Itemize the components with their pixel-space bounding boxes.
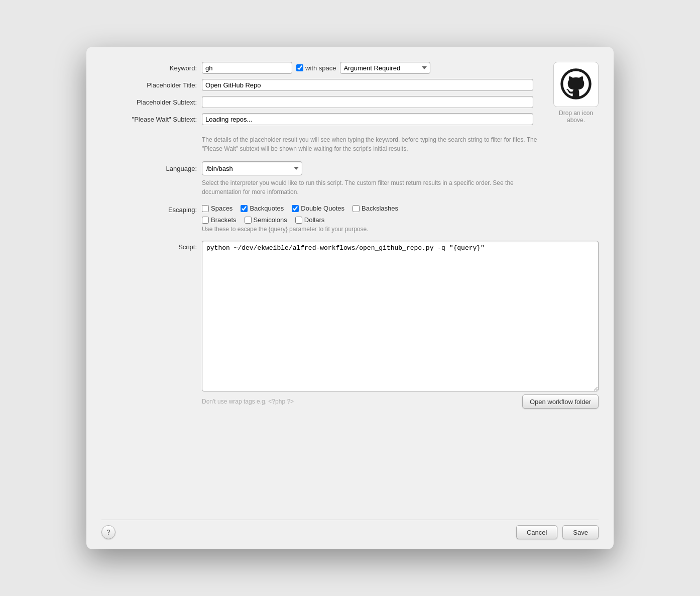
save-button[interactable]: Save <box>562 525 599 539</box>
placeholder-help-text: The details of the placeholder result yo… <box>202 135 553 153</box>
footer-buttons: Cancel Save <box>516 525 599 539</box>
please-wait-label: "Please Wait" Subtext: <box>101 116 202 123</box>
language-help-text: Select the interpreter you would like to… <box>202 178 553 196</box>
escape-double-quotes-checkbox[interactable] <box>292 205 299 212</box>
keyword-row: with space Argument Required Argument Op… <box>202 62 533 74</box>
escaping-help-text: Use these to escape the {query} paramete… <box>202 226 553 233</box>
github-icon <box>560 68 592 102</box>
escape-backquotes-checkbox[interactable] <box>241 205 248 212</box>
icon-column: Drop an icon above. <box>543 62 599 124</box>
script-textarea[interactable]: python ~/dev/ekweible/alfred-workflows/o… <box>202 241 599 391</box>
argument-select[interactable]: Argument Required Argument Optional No A… <box>340 62 430 74</box>
escape-semicolons-checkbox[interactable] <box>245 217 252 224</box>
escaping-row-2: Brackets Semicolons Dollars <box>202 216 398 224</box>
open-workflow-folder-button[interactable]: Open workflow folder <box>522 394 599 409</box>
dialog: Keyword: with space Argument Required Ar… <box>86 47 614 549</box>
help-button[interactable]: ? <box>101 525 115 539</box>
placeholder-title-input[interactable] <box>202 79 533 91</box>
escape-spaces: Spaces <box>202 205 232 212</box>
cancel-button[interactable]: Cancel <box>516 525 557 539</box>
please-wait-input[interactable] <box>202 113 533 125</box>
placeholder-subtext-input[interactable] <box>202 96 533 108</box>
escape-backslashes-checkbox[interactable] <box>353 205 360 212</box>
keyword-input[interactable] <box>202 62 292 74</box>
escape-double-quotes: Double Quotes <box>292 205 344 212</box>
escape-brackets-checkbox[interactable] <box>202 217 209 224</box>
language-select[interactable]: /bin/bash /usr/bin/python /usr/bin/ruby … <box>202 161 302 175</box>
dialog-footer: ? Cancel Save <box>101 520 599 539</box>
script-footer: Don't use wrap tags e.g. <?php ?> Open w… <box>202 394 599 409</box>
escape-dollars-checkbox[interactable] <box>295 217 302 224</box>
icon-drop-area[interactable] <box>553 62 599 107</box>
form-area: Keyword: with space Argument Required Ar… <box>101 62 599 520</box>
placeholder-subtext-label: Placeholder Subtext: <box>101 98 202 106</box>
escape-spaces-checkbox[interactable] <box>202 205 209 212</box>
escaping-label: Escaping: <box>101 205 202 214</box>
escape-backslashes: Backslashes <box>353 205 398 212</box>
escape-backquotes: Backquotes <box>241 205 284 212</box>
escaping-group: Spaces Backquotes Double Quotes Backslas… <box>202 205 398 224</box>
keyword-label: Keyword: <box>101 64 202 72</box>
with-space-label: with space <box>296 64 336 72</box>
icon-drop-text: Drop an icon above. <box>553 110 599 124</box>
script-label: Script: <box>101 241 202 251</box>
language-label: Language: <box>101 165 202 172</box>
escape-semicolons: Semicolons <box>245 216 287 224</box>
escape-dollars: Dollars <box>295 216 324 224</box>
escape-brackets: Brackets <box>202 216 237 224</box>
escaping-row-1: Spaces Backquotes Double Quotes Backslas… <box>202 205 398 212</box>
script-footer-text: Don't use wrap tags e.g. <?php ?> <box>202 398 294 405</box>
with-space-checkbox[interactable] <box>296 64 303 71</box>
placeholder-title-label: Placeholder Title: <box>101 81 202 89</box>
